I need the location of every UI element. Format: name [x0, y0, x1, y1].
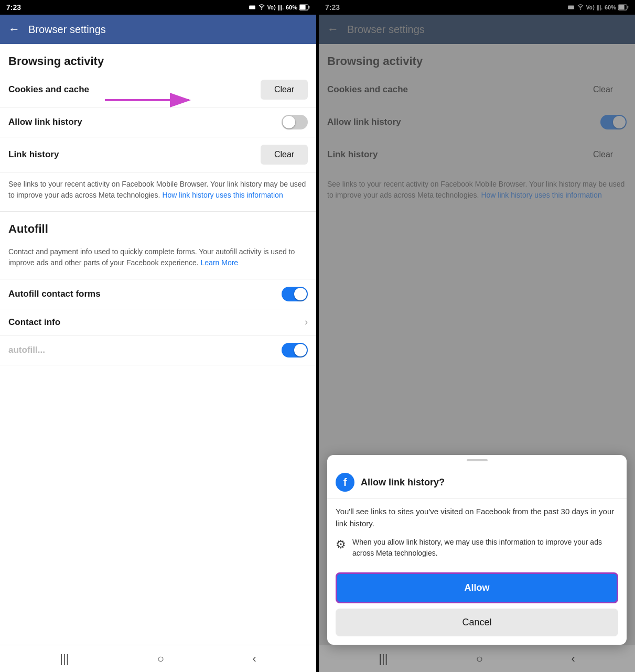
dialog-title: Allow link history? [361, 477, 445, 488]
section-browsing-left: Browsing activity Cookies and cache Clea… [0, 44, 316, 212]
back-button-left[interactable]: ← [8, 23, 20, 36]
extra-toggle-track-left[interactable] [282, 343, 308, 357]
svg-rect-3 [300, 5, 306, 9]
allow-link-history-dialog: f Allow link history? You'll see links t… [327, 455, 627, 645]
section-autofill-left: Autofill Contact and payment info used t… [0, 212, 316, 335]
back-button-right[interactable]: ← [327, 23, 339, 36]
browsing-title-left: Browsing activity [0, 44, 316, 72]
gear-icon: ⚙ [336, 538, 346, 551]
contact-info-label-left: Contact info [8, 317, 60, 328]
nav-bar-left: ||| ○ ‹ [0, 645, 316, 672]
extra-toggle-row-left: autofill... [0, 335, 316, 365]
autofill-title-left: Autofill [0, 212, 316, 240]
link-history-label-left: Link history [8, 149, 59, 160]
allow-link-history-label-left: Allow link history [8, 117, 82, 127]
autofill-forms-label-left: Autofill contact forms [8, 289, 101, 299]
dialog-header: f Allow link history? [327, 463, 627, 498]
content-left: Browsing activity Cookies and cache Clea… [0, 44, 316, 645]
svg-rect-11 [628, 6, 629, 9]
dialog-info-text: When you allow link history, we may use … [352, 537, 618, 559]
nav-back-icon-right[interactable]: ‹ [571, 652, 575, 666]
dialog-body: You'll see links to sites you've visited… [327, 498, 627, 566]
extra-toggle-thumb-left [294, 344, 307, 356]
browsing-description-right: See links to your recent activity on Fac… [319, 172, 635, 212]
browsing-description-left: See links to your recent activity on Fac… [0, 172, 316, 212]
toggle-thumb-left [283, 116, 295, 128]
svg-rect-0 [249, 6, 255, 9]
cookies-row-right: Cookies and cache Clear [319, 72, 635, 107]
autofill-description-left: Contact and payment info used to quickly… [0, 240, 316, 279]
left-phone: 7:23 Vo⟩ |||. 60% ← Browser settings Bro… [0, 0, 316, 672]
nav-menu-icon-right[interactable]: ||| [379, 652, 388, 666]
cookies-clear-btn-right[interactable]: Clear [579, 80, 627, 100]
header-right: ← Browser settings [319, 15, 635, 44]
svg-point-8 [580, 8, 581, 9]
svg-rect-7 [568, 6, 574, 9]
dialog-description: You'll see links to sites you've visited… [336, 506, 618, 529]
cookies-row-left: Cookies and cache Clear [0, 72, 316, 107]
autofill-forms-row-left: Autofill contact forms [0, 279, 316, 309]
header-left: ← Browser settings [0, 15, 316, 44]
dialog-handle [327, 455, 627, 463]
cookies-label-right: Cookies and cache [327, 84, 408, 95]
autofill-forms-toggle-left[interactable] [282, 287, 308, 301]
time-right: 7:23 [325, 3, 340, 12]
allow-button[interactable]: Allow [336, 572, 618, 603]
toggle-track-left[interactable] [282, 115, 308, 129]
allow-link-history-label-right: Allow link history [327, 117, 401, 127]
right-phone: 7:23 Vo⟩ |||. 60% ← Browser settings Bro… [318, 0, 635, 672]
svg-rect-4 [309, 6, 310, 9]
time-left: 7:23 [6, 3, 21, 12]
status-bar-left: 7:23 Vo⟩ |||. 60% [0, 0, 316, 15]
page-title-right: Browser settings [347, 24, 425, 36]
nav-bar-right: ||| ○ ‹ [319, 645, 635, 672]
link-history-row-right: Link history Clear [319, 137, 635, 172]
allow-link-history-row-right: Allow link history [319, 107, 635, 137]
browsing-title-right: Browsing activity [319, 44, 635, 72]
dialog-actions: Allow Cancel [327, 566, 627, 645]
toggle-track-right[interactable] [600, 115, 627, 129]
link-history-clear-btn-right[interactable]: Clear [579, 145, 627, 165]
allow-link-history-toggle-left[interactable] [282, 115, 308, 129]
allow-link-history-toggle-right[interactable] [600, 115, 627, 129]
svg-rect-10 [619, 5, 625, 9]
drag-handle [467, 459, 488, 461]
status-bar-right: 7:23 Vo⟩ |||. 60% [319, 0, 635, 15]
cookies-label-left: Cookies and cache [8, 84, 89, 95]
extra-toggle-label-left: autofill... [8, 345, 45, 355]
toggle-thumb-right [613, 116, 626, 128]
dialog-info-row: ⚙ When you allow link history, we may us… [336, 537, 618, 559]
link-history-row-left: Link history Clear [0, 137, 316, 172]
status-icons-right: Vo⟩ |||. 60% [567, 4, 629, 11]
link-history-info-link-left[interactable]: How link history uses this information [162, 191, 283, 199]
autofill-toggle-thumb-left [294, 288, 307, 300]
link-history-label-right: Link history [327, 149, 378, 160]
page-title-left: Browser settings [28, 24, 106, 36]
cookies-clear-btn-left[interactable]: Clear [261, 80, 308, 100]
svg-point-1 [261, 8, 262, 9]
section-browsing-right: Browsing activity Cookies and cache Clea… [319, 44, 635, 212]
nav-home-icon-right[interactable]: ○ [476, 652, 483, 666]
nav-menu-icon-left[interactable]: ||| [60, 652, 69, 666]
contact-info-row-left[interactable]: Contact info › [0, 309, 316, 335]
status-icons-left: Vo⟩ |||. 60% [249, 4, 310, 11]
allow-link-history-row-left: Allow link history [0, 107, 316, 137]
cancel-button[interactable]: Cancel [336, 609, 618, 636]
autofill-learn-more-left[interactable]: Learn More [201, 258, 239, 267]
extra-toggle-left[interactable] [282, 343, 308, 357]
facebook-icon: f [336, 473, 354, 492]
autofill-toggle-track-left[interactable] [282, 287, 308, 301]
nav-back-icon-left[interactable]: ‹ [252, 652, 256, 666]
chevron-right-icon-left: › [305, 317, 308, 328]
link-history-clear-btn-left[interactable]: Clear [261, 145, 308, 165]
link-history-info-link-right[interactable]: How link history uses this information [481, 191, 601, 199]
nav-home-icon-left[interactable]: ○ [157, 652, 164, 666]
